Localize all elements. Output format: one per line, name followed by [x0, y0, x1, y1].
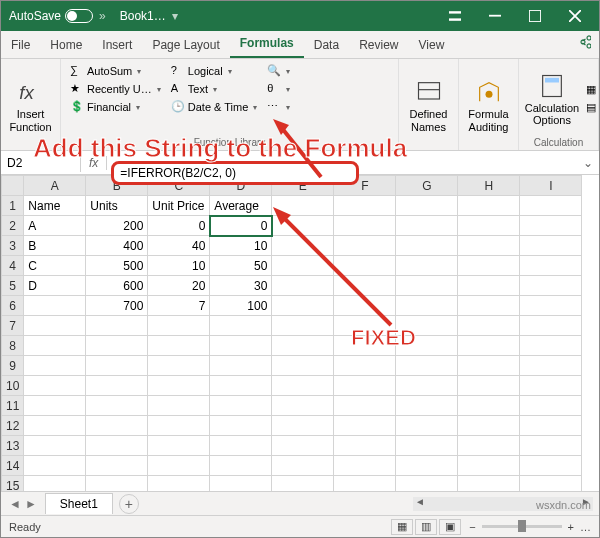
cell[interactable]: [458, 336, 520, 356]
cell-selected[interactable]: 0: [210, 216, 272, 236]
cell[interactable]: [24, 456, 86, 476]
cell[interactable]: 500: [86, 256, 148, 276]
cell[interactable]: Average: [210, 196, 272, 216]
cell[interactable]: [396, 356, 458, 376]
share-button[interactable]: [569, 29, 599, 58]
cell[interactable]: [334, 276, 396, 296]
cell[interactable]: [210, 356, 272, 376]
cell[interactable]: 600: [86, 276, 148, 296]
col-header-A[interactable]: A: [24, 176, 86, 196]
cell[interactable]: [334, 456, 396, 476]
page-layout-view-button[interactable]: ▥: [415, 519, 437, 535]
tab-home[interactable]: Home: [40, 32, 92, 58]
cell[interactable]: [334, 356, 396, 376]
cell[interactable]: [24, 356, 86, 376]
cell[interactable]: [272, 256, 334, 276]
close-button[interactable]: [555, 1, 595, 31]
cell[interactable]: Unit Price: [148, 196, 210, 216]
cell[interactable]: 700: [86, 296, 148, 316]
cell[interactable]: [272, 456, 334, 476]
cell[interactable]: [396, 216, 458, 236]
tab-file[interactable]: File: [1, 32, 40, 58]
cell[interactable]: [458, 316, 520, 336]
cell[interactable]: [520, 316, 582, 336]
cell[interactable]: [24, 336, 86, 356]
cell[interactable]: [520, 276, 582, 296]
cell[interactable]: [272, 416, 334, 436]
cell[interactable]: [148, 456, 210, 476]
row-header[interactable]: 7: [2, 316, 24, 336]
tab-review[interactable]: Review: [349, 32, 408, 58]
cell[interactable]: [520, 376, 582, 396]
cell[interactable]: [272, 336, 334, 356]
cell[interactable]: [272, 356, 334, 376]
cell[interactable]: Name: [24, 196, 86, 216]
cell[interactable]: [520, 256, 582, 276]
cell[interactable]: [458, 296, 520, 316]
cell[interactable]: 0: [148, 216, 210, 236]
cell[interactable]: [458, 396, 520, 416]
cell[interactable]: [520, 216, 582, 236]
cell[interactable]: [458, 436, 520, 456]
logical-button[interactable]: ?Logical▾: [168, 63, 261, 79]
cell[interactable]: [334, 256, 396, 276]
cell[interactable]: [396, 396, 458, 416]
cell[interactable]: [334, 396, 396, 416]
cell[interactable]: [272, 436, 334, 456]
cell[interactable]: A: [24, 216, 86, 236]
next-sheet-icon[interactable]: ►: [25, 497, 37, 511]
cell[interactable]: [86, 316, 148, 336]
cell[interactable]: [86, 376, 148, 396]
row-header[interactable]: 9: [2, 356, 24, 376]
cell[interactable]: [458, 376, 520, 396]
cell[interactable]: D: [24, 276, 86, 296]
text-button[interactable]: AText▾: [168, 81, 261, 97]
cell[interactable]: [272, 296, 334, 316]
cell[interactable]: [334, 416, 396, 436]
cell[interactable]: [148, 416, 210, 436]
cell[interactable]: [334, 436, 396, 456]
more-functions-button[interactable]: ⋯▾: [264, 99, 293, 115]
cell[interactable]: [520, 296, 582, 316]
cell[interactable]: [86, 396, 148, 416]
cell[interactable]: [334, 236, 396, 256]
row-header[interactable]: 1: [2, 196, 24, 216]
cell[interactable]: B: [24, 236, 86, 256]
add-sheet-button[interactable]: +: [119, 494, 139, 514]
cell[interactable]: [148, 436, 210, 456]
tab-view[interactable]: View: [409, 32, 455, 58]
cell[interactable]: [24, 396, 86, 416]
tab-insert[interactable]: Insert: [92, 32, 142, 58]
normal-view-button[interactable]: ▦: [391, 519, 413, 535]
date-time-button[interactable]: 🕒Date & Time▾: [168, 99, 261, 115]
cell[interactable]: [520, 456, 582, 476]
cell[interactable]: [272, 396, 334, 416]
cell[interactable]: [396, 376, 458, 396]
page-break-view-button[interactable]: ▣: [439, 519, 461, 535]
formula-auditing-button[interactable]: Formula Auditing: [465, 63, 512, 148]
cell[interactable]: [458, 276, 520, 296]
name-box[interactable]: D2: [1, 154, 81, 172]
cell[interactable]: [396, 236, 458, 256]
cell[interactable]: [458, 196, 520, 216]
fx-icon[interactable]: fx: [81, 156, 107, 170]
cell[interactable]: [520, 396, 582, 416]
row-header[interactable]: 14: [2, 456, 24, 476]
cell[interactable]: [334, 216, 396, 236]
cell[interactable]: [334, 196, 396, 216]
cell[interactable]: [24, 376, 86, 396]
cell[interactable]: [272, 316, 334, 336]
cell[interactable]: [86, 456, 148, 476]
toggle-off-icon[interactable]: [65, 9, 93, 23]
cell[interactable]: [458, 216, 520, 236]
minimize-button[interactable]: [475, 1, 515, 31]
cell[interactable]: [272, 376, 334, 396]
cell[interactable]: 50: [210, 256, 272, 276]
cell[interactable]: [334, 296, 396, 316]
cell[interactable]: [272, 276, 334, 296]
lookup-button[interactable]: 🔍▾: [264, 63, 293, 79]
cell[interactable]: [148, 356, 210, 376]
recently-used-button[interactable]: ★Recently U…▾: [67, 81, 164, 97]
cell[interactable]: [24, 416, 86, 436]
defined-names-button[interactable]: Defined Names: [405, 63, 452, 148]
